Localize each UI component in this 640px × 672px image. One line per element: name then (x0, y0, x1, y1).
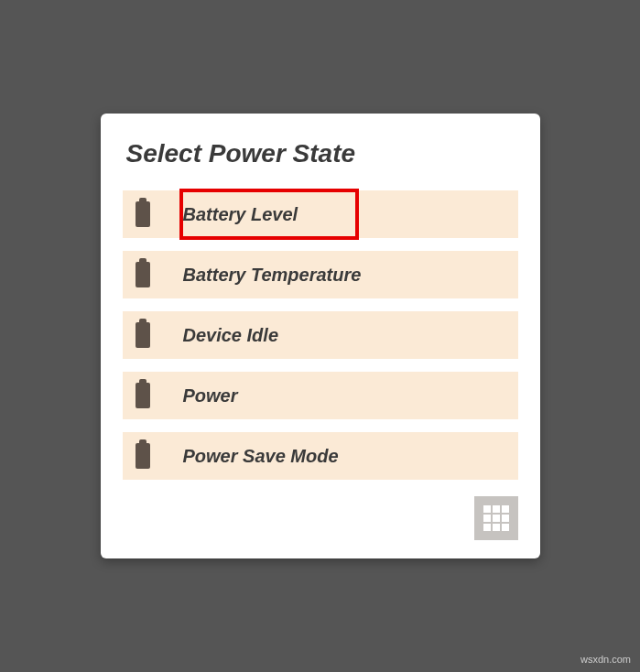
list-item-battery-temperature[interactable]: Battery Temperature (123, 251, 518, 298)
item-label: Power (183, 385, 238, 406)
list-item-battery-level[interactable]: Battery Level (123, 190, 518, 238)
item-label: Device Idle (183, 325, 279, 346)
battery-icon (136, 262, 150, 287)
battery-icon (136, 322, 150, 348)
battery-icon (136, 201, 150, 227)
item-label: Power Save Mode (183, 446, 339, 467)
item-label: Battery Level (183, 204, 298, 225)
card-title: Select Power State (126, 139, 518, 168)
battery-icon (136, 383, 150, 408)
power-state-card: Select Power State Battery Level Battery… (101, 114, 540, 558)
power-state-list: Battery Level Battery Temperature Device… (123, 190, 518, 480)
list-item-power[interactable]: Power (123, 372, 518, 419)
list-item-device-idle[interactable]: Device Idle (123, 311, 518, 359)
battery-icon (136, 443, 150, 469)
list-item-power-save-mode[interactable]: Power Save Mode (123, 432, 518, 480)
watermark-text: wsxdn.com (580, 654, 631, 665)
card-footer (123, 496, 518, 540)
grid-apps-button[interactable] (474, 496, 518, 540)
grid-icon (483, 505, 509, 531)
item-label: Battery Temperature (183, 265, 362, 286)
